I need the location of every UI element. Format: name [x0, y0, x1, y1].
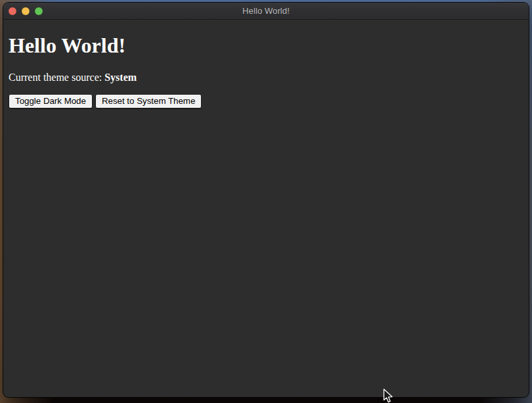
page-content: Hello World! Current theme source: Syste…: [3, 34, 529, 108]
page-title: Hello World!: [9, 34, 523, 58]
close-window-button[interactable]: [9, 7, 16, 15]
traffic-lights: [9, 3, 43, 19]
window-title: Hello World!: [242, 6, 290, 16]
minimize-window-button[interactable]: [22, 7, 30, 15]
app-window: Hello World! Hello World! Current theme …: [3, 3, 529, 397]
button-row: Toggle Dark Mode Reset to System Theme: [9, 94, 523, 108]
theme-source-line: Current theme source: System: [9, 72, 523, 83]
desktop: { "window": { "titlebar": { "title": "He…: [0, 0, 532, 403]
reset-to-system-theme-button[interactable]: Reset to System Theme: [95, 94, 202, 108]
theme-source-value: System: [104, 72, 137, 83]
zoom-window-button[interactable]: [35, 7, 43, 15]
toggle-dark-mode-button[interactable]: Toggle Dark Mode: [9, 94, 93, 108]
titlebar[interactable]: Hello World!: [3, 3, 529, 20]
theme-source-label: Current theme source:: [9, 72, 104, 83]
